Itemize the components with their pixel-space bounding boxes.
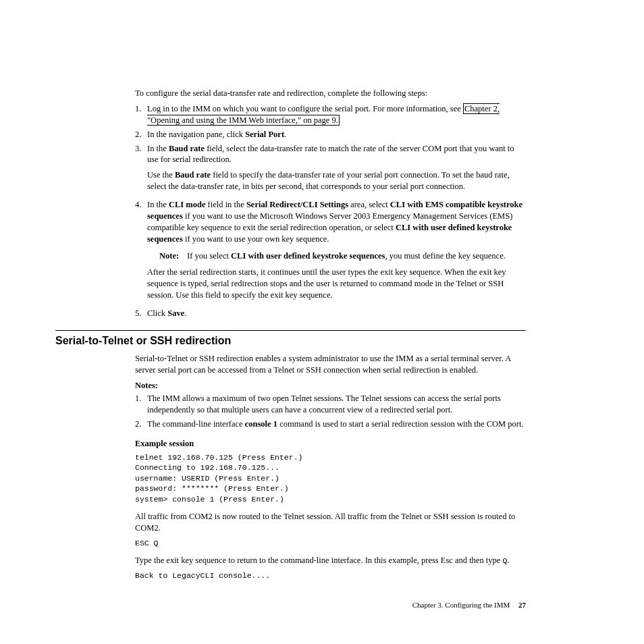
ui-label: Save	[167, 308, 184, 318]
step-num: 1.	[135, 103, 146, 126]
note-block: Note: If you select CLI with user define…	[159, 250, 526, 262]
note-text: command is used to start a serial redire…	[277, 419, 524, 429]
note-text: If you select	[187, 251, 231, 261]
steps-list: 1. Log in to the IMM on which you want t…	[135, 103, 526, 319]
ui-label: Serial Port	[245, 130, 284, 139]
step-5: 5. Click Save.	[135, 308, 526, 319]
note-text: , you must define the key sequence.	[385, 251, 505, 261]
paragraph-exit: Type the exit key sequence to return to …	[135, 555, 526, 566]
note-item-2: 2. The command-line interface console 1 …	[135, 419, 526, 430]
step-text: In the	[147, 200, 169, 209]
step-text: .	[284, 130, 286, 139]
section-intro: Serial-to-Telnet or SSH redirection enab…	[135, 353, 526, 376]
paragraph-traffic: All traffic from COM2 is now routed to t…	[135, 511, 526, 534]
intro-text: To configure the serial data-transfer ra…	[135, 88, 526, 99]
note-text: The IMM allows a maximum of two open Tel…	[147, 393, 526, 416]
step-text: area, select	[348, 200, 390, 209]
step-num: 5.	[135, 308, 146, 319]
ui-label: Baud rate	[169, 144, 205, 153]
step-text: Log in to the IMM on which you want to c…	[147, 104, 463, 113]
note-num: 1.	[135, 393, 146, 416]
step-text: Use the	[147, 170, 175, 180]
step-2: 2. In the navigation pane, click Serial …	[135, 129, 526, 140]
step-num: 3.	[135, 143, 146, 197]
notes-heading: Notes:	[135, 380, 526, 392]
step-text: .	[184, 308, 186, 318]
note-label: Note:	[159, 250, 185, 262]
step-text: if you want to use your own key sequence…	[183, 234, 329, 244]
code-block-escq: ESC Q	[135, 538, 526, 549]
notes-list: 1. The IMM allows a maximum of two open …	[135, 393, 526, 430]
text: .	[507, 556, 509, 565]
step-text: Click	[147, 308, 167, 318]
step-1: 1. Log in to the IMM on which you want t…	[135, 103, 526, 126]
ui-label: console 1	[245, 419, 277, 429]
step-text: After the serial redirection starts, it …	[147, 267, 526, 301]
footer-chapter: Chapter 3. Configuring the IMM	[412, 601, 510, 609]
text: Type the exit key sequence to return to …	[135, 556, 502, 565]
step-text: In the navigation pane, click	[147, 130, 245, 139]
ui-label: CLI mode	[169, 200, 206, 209]
note-text: The command-line interface	[147, 419, 245, 429]
section-divider	[55, 330, 526, 331]
step-4: 4. In the CLI mode field in the Serial R…	[135, 199, 526, 305]
step-num: 2.	[135, 129, 146, 140]
code-block-session: telnet 192.168.70.125 (Press Enter.) Con…	[135, 452, 526, 505]
step-num: 4.	[135, 199, 146, 305]
step-text: In the	[147, 144, 169, 153]
ui-label: Baud rate	[175, 170, 211, 180]
ui-label: Serial Redirect/CLI Settings	[246, 200, 348, 209]
step-3: 3. In the Baud rate field, select the da…	[135, 143, 526, 197]
section-heading: Serial-to-Telnet or SSH redirection	[55, 333, 526, 348]
note-num: 2.	[135, 419, 146, 430]
code-block-back: Back to LegacyCLI console....	[135, 570, 526, 581]
example-heading: Example session	[135, 438, 526, 450]
step-text: field in the	[205, 200, 246, 209]
ui-label: CLI with user defined keystroke sequence…	[231, 251, 385, 261]
page-footer: Chapter 3. Configuring the IMM 27	[412, 601, 526, 609]
page-number: 27	[518, 601, 526, 609]
note-item-1: 1. The IMM allows a maximum of two open …	[135, 393, 526, 416]
